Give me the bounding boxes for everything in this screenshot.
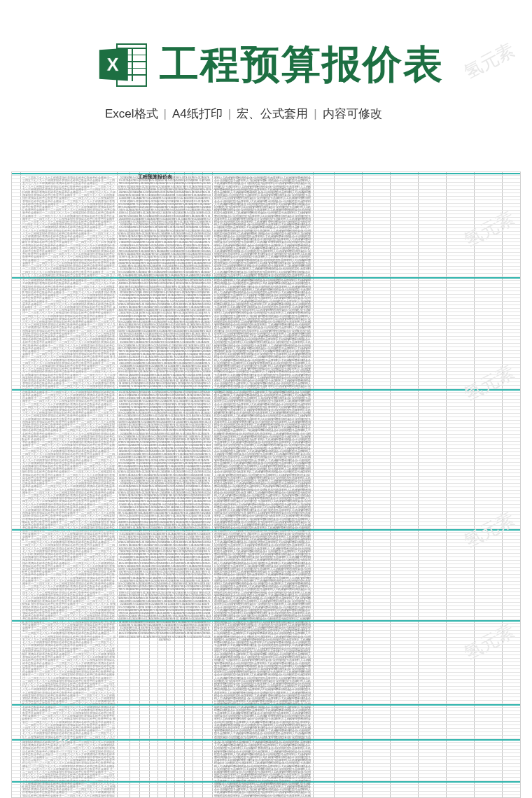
sheet-body: 一二三四五六七八九十工程预算报价表项目名称单位数量单价金 额备注一二三四五六七八…	[12, 172, 520, 797]
separator: |	[228, 107, 231, 121]
page-title: 工程预算报价表	[160, 38, 444, 92]
excel-icon: X	[98, 41, 147, 90]
column-content-a: 一二三四五六七八九十工程预算报价表项目名称单位数量单价金 额备注一二三四五六七八…	[22, 176, 115, 797]
header: X 工程预算报价表	[0, 0, 532, 106]
sheet-title: 工程预算报价表	[138, 175, 172, 178]
features-line: Excel格式 | A4纸打印 | 宏、公式套用 | 内容可修改	[0, 106, 532, 143]
excel-icon-letter: X	[99, 48, 128, 81]
column-content-mid: 0123456789.% 0123456789.% 01 23456789.% …	[118, 176, 211, 797]
separator: |	[164, 107, 167, 121]
feature-item: 内容可修改	[323, 106, 382, 122]
column-content-b: 材料人工机械管理费利润税金合计说明规格型号品牌材料人工机 械管理费利润税金合计说…	[214, 176, 312, 797]
feature-item: A4纸打印	[172, 106, 223, 122]
spreadsheet-preview: 一二三四五六七八九十工程预算报价表项目名称单位数量单价金 额备注一二三四五六七八…	[11, 172, 521, 798]
feature-item: Excel格式	[105, 106, 158, 122]
separator: |	[314, 107, 316, 121]
feature-item: 宏、公式套用	[237, 106, 308, 122]
